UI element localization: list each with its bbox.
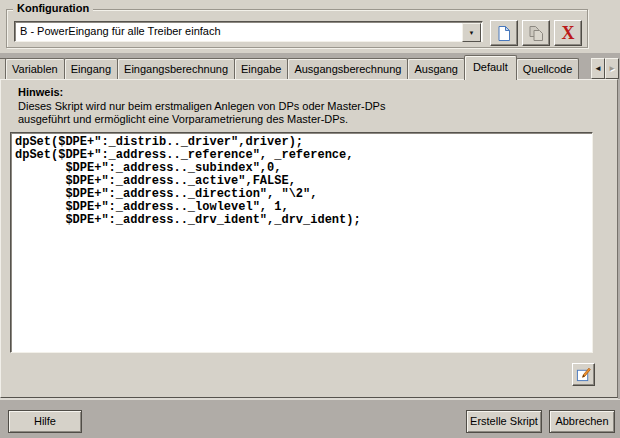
tab-eingangsberechnung[interactable]: Eingangsberechnung (117, 58, 235, 79)
tab-ausgangsberechnung[interactable]: Ausgangsberechnung (287, 58, 408, 79)
chevron-down-icon: ▼ (469, 30, 475, 36)
arrow-right-icon: ► (608, 64, 616, 73)
tab-scroll-buttons: ◄ ► (591, 58, 619, 79)
config-combobox-value: B - PowerEingang für alle Treiber einfac… (20, 23, 221, 40)
config-section: Konfiguration B - PowerEingang für alle … (0, 0, 620, 53)
config-group-label: Konfiguration (13, 2, 93, 14)
combo-dropdown-button[interactable]: ▼ (462, 23, 481, 42)
arrow-left-icon: ◄ (594, 64, 602, 73)
hint-text-line1: Dieses Skript wird nur beim erstmaligen … (18, 100, 385, 112)
default-tab-panel: Hinweis: Dieses Skript wird nur beim ers… (0, 79, 618, 398)
tab-quellcode[interactable]: Quellcode (516, 58, 580, 79)
hint-text-line2: ausgeführt und ermöglicht eine Vorparame… (18, 113, 348, 125)
help-button[interactable]: Hilfe (8, 410, 82, 433)
footer: Hilfe Erstelle Skript Abbrechen (0, 399, 620, 438)
configuration-dialog: Konfiguration B - PowerEingang für alle … (0, 0, 620, 438)
new-document-icon (496, 25, 512, 42)
script-editor[interactable]: dpSet($DPE+":_distrib.._driver",driver);… (10, 132, 593, 353)
config-combobox[interactable]: B - PowerEingang für alle Treiber einfac… (14, 21, 483, 42)
tab-variablen[interactable]: Variablen (5, 58, 65, 79)
tab-eingabe[interactable]: Eingabe (234, 58, 288, 79)
cancel-button[interactable]: Abbrechen (549, 410, 615, 433)
tab-bar: Variablen Eingang Eingangsberechnung Ein… (0, 53, 620, 79)
tab-scroll-right-button[interactable]: ► (605, 58, 619, 79)
copy-icon (528, 25, 545, 42)
config-groupbox: B - PowerEingang für alle Treiber einfac… (6, 9, 588, 48)
edit-script-button[interactable] (572, 363, 595, 386)
edit-pencil-icon (576, 367, 591, 382)
new-config-button[interactable] (490, 20, 518, 46)
tab-ausgang[interactable]: Ausgang (407, 58, 464, 79)
delete-config-button[interactable]: X (554, 20, 582, 46)
tab-scroll-left-button[interactable]: ◄ (591, 58, 605, 79)
create-script-button[interactable]: Erstelle Skript (466, 410, 542, 433)
hint-title: Hinweis: (18, 86, 63, 98)
copy-config-button[interactable] (522, 20, 550, 46)
tab-eingang[interactable]: Eingang (64, 58, 118, 79)
tab-default[interactable]: Default (464, 55, 517, 80)
delete-x-icon: X (562, 24, 575, 42)
script-code: dpSet($DPE+":_distrib.._driver",driver);… (11, 133, 592, 227)
